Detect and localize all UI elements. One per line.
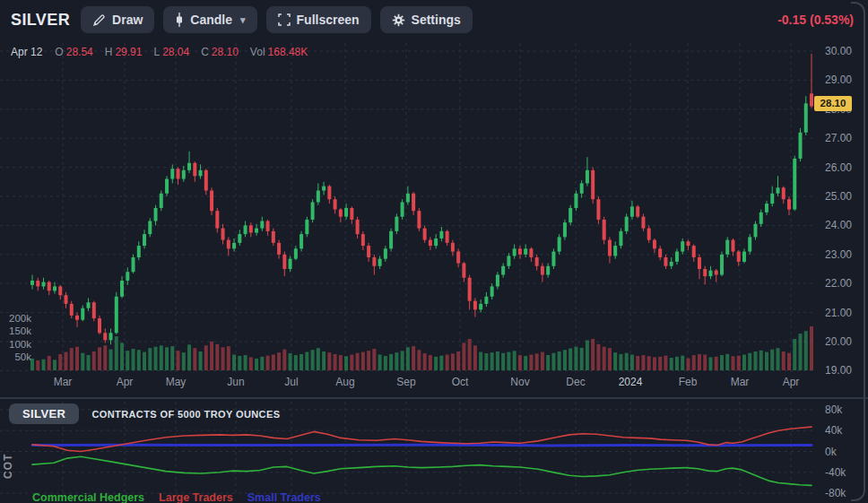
svg-text:100k: 100k [9, 339, 31, 350]
quote-date: Apr 12 [11, 46, 42, 58]
candle-icon [175, 13, 184, 27]
last-price-tag: 28.10 [814, 96, 852, 111]
close-value: 28.10 [212, 46, 239, 58]
price-axis[interactable] [812, 39, 868, 373]
legend-large-traders[interactable]: Large Traders [159, 491, 233, 503]
trading-chart-app: 30.0029.0028.0027.0026.0025.0024.0023.00… [0, 0, 868, 503]
cot-header: SILVER CONTRACTS OF 5000 TROY OUNCES [9, 403, 280, 424]
volume-label: Vol [250, 46, 265, 58]
toolbar: SILVER Draw Candle ▾ Fullscreen Setting [0, 0, 868, 39]
time-axis[interactable] [0, 373, 812, 393]
settings-label: Settings [412, 13, 461, 27]
quote-row: Apr 12 O28.54 H29.91 L28.04 C28.10 Vol16… [11, 45, 319, 59]
pencil-icon [92, 13, 106, 27]
chart-canvas[interactable]: 30.0029.0028.0027.0026.0025.0024.0023.00… [0, 0, 868, 503]
low-value: 28.04 [162, 46, 189, 58]
fullscreen-icon [278, 13, 291, 26]
draw-button[interactable]: Draw [81, 6, 154, 33]
open-label: O [55, 46, 63, 58]
fullscreen-button[interactable]: Fullscreen [266, 6, 371, 33]
svg-text:50k: 50k [14, 351, 31, 362]
candle-type-dropdown[interactable]: Candle ▾ [163, 6, 256, 33]
high-label: H [105, 46, 113, 58]
chevron-down-icon: ▾ [240, 14, 246, 26]
gear-icon [392, 13, 405, 27]
cot-axis-title: COT [2, 443, 14, 479]
volume-value: 168.48K [268, 46, 308, 58]
cot-axis[interactable] [812, 400, 868, 500]
price-change: -0.15 (0.53%) [777, 13, 854, 27]
svg-text:150k: 150k [9, 325, 31, 336]
legend-small-traders[interactable]: Small Traders [247, 491, 321, 503]
cot-symbol-badge[interactable]: SILVER [9, 403, 79, 424]
settings-button[interactable]: Settings [380, 6, 473, 33]
draw-label: Draw [112, 13, 143, 27]
legend-commercial-hedgers[interactable]: Commercial Hedgers [32, 491, 144, 503]
svg-text:200k: 200k [9, 313, 31, 324]
open-value: 28.54 [66, 46, 93, 58]
symbol-title: SILVER [11, 11, 70, 30]
candle-label: Candle [190, 13, 232, 27]
close-label: C [201, 46, 209, 58]
cot-legend: Commercial Hedgers Large Traders Small T… [32, 491, 321, 503]
low-label: L [153, 46, 160, 58]
high-value: 29.91 [115, 46, 142, 58]
cot-title: CONTRACTS OF 5000 TROY OUNCES [91, 409, 280, 420]
fullscreen-label: Fullscreen [297, 13, 360, 27]
